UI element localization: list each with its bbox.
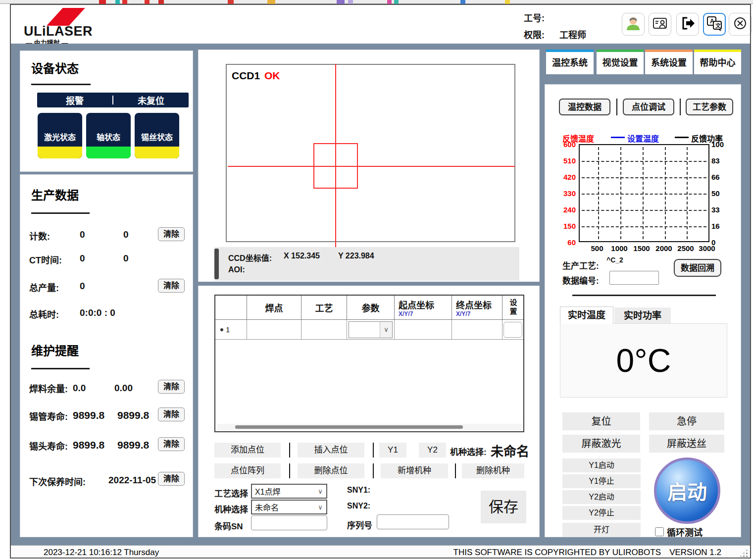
tin-tube-life-value-1: 9899.8 [73, 409, 104, 421]
barcode-sn-input[interactable] [251, 515, 327, 530]
y2-start-button[interactable]: Y2启动 [562, 490, 641, 504]
table-row[interactable]: 1 ∨ [215, 320, 523, 340]
y-axis-right-tick: 16 [711, 222, 732, 230]
tab-vision-settings[interactable]: 视觉设置 [597, 50, 644, 74]
model-select[interactable]: 未命名 ∨ [251, 500, 327, 514]
process-cell[interactable] [301, 320, 347, 340]
artifact-chip [394, 0, 399, 4]
model-select-value: 未命名 [491, 441, 529, 459]
y-axis-left-tick: 600 [548, 140, 576, 149]
temp-data-button[interactable]: 温控数据 [559, 99, 610, 115]
reset-button[interactable]: 复位 [562, 412, 640, 430]
process-select[interactable]: X1点焊 ∨ [251, 484, 327, 499]
data-number-input[interactable] [609, 271, 659, 285]
row-marker-cell[interactable]: 1 [215, 320, 247, 340]
y2-button[interactable]: Y2 [419, 443, 446, 458]
y1-button[interactable]: Y1 [379, 443, 406, 458]
parameter-cell: ∨ [347, 320, 395, 340]
aoi-label: AOI: [228, 265, 245, 274]
artifact-chip [115, 0, 120, 4]
grid-line [687, 147, 688, 239]
close-app-button[interactable] [729, 13, 752, 36]
grid-line [643, 147, 644, 239]
clear-tube-button[interactable]: 清除 [158, 407, 185, 421]
info-accent-bar [214, 249, 219, 279]
ccd-coord-label: CCD坐标值: [228, 252, 272, 263]
weld-point-cell[interactable] [247, 320, 301, 340]
y1-start-button[interactable]: Y1启动 [562, 458, 641, 472]
x-axis-tick: 1500 [630, 244, 653, 253]
hscrollbar-thumb[interactable] [235, 425, 463, 429]
clear-count-button[interactable]: 清除 [158, 227, 185, 241]
loop-test-checkbox[interactable] [655, 527, 664, 536]
point-debug-button[interactable]: 点位调试 [623, 99, 674, 115]
parameter-dropdown[interactable]: ∨ [349, 321, 393, 338]
data-number-label: 数据编号: [562, 274, 599, 286]
data-backtrack-button[interactable]: 数据回溯 [674, 259, 721, 277]
model-select-value-form: 未命名 [252, 501, 279, 513]
section-underline [31, 368, 90, 369]
language-switch-button[interactable]: A 文 [703, 13, 726, 36]
user-avatar-button[interactable] [622, 13, 645, 36]
delete-model-button[interactable]: 删除机种 [462, 463, 524, 478]
save-button[interactable]: 保存 [481, 491, 526, 523]
solder-remaining-value-1: 0.0 [73, 383, 86, 394]
process-select-value: X1点焊 [252, 485, 281, 497]
production-process-label: 生产工艺: [562, 259, 599, 271]
count-value-1: 0 [80, 229, 85, 240]
point-array-button[interactable]: 点位阵列 [214, 463, 281, 478]
alarm-label: 报警 [37, 94, 112, 106]
clear-tip-button[interactable]: 清除 [158, 437, 185, 451]
ccd-coord-y: Y 223.984 [338, 252, 374, 260]
tab-realtime-temp[interactable]: 实时温度 [560, 306, 613, 324]
next-maintenance-value: 2022-11-05 [108, 475, 156, 486]
grid-line [620, 147, 621, 239]
tab-help-center[interactable]: 帮助中心 [694, 50, 741, 74]
end-coord-cell[interactable] [452, 320, 502, 340]
delete-point-button[interactable]: 删除点位 [298, 463, 364, 478]
separator [289, 443, 290, 458]
insert-point-button[interactable]: 插入点位 [298, 443, 364, 458]
y-axis-left-tick: 510 [548, 156, 576, 165]
light-on-button[interactable]: 开灯 [562, 523, 641, 537]
artifact-chip [387, 0, 392, 4]
mask-laser-button[interactable]: 屏蔽激光 [562, 435, 640, 453]
logout-button[interactable] [676, 13, 699, 36]
user-info-button[interactable] [649, 13, 671, 36]
wire-status-light [135, 147, 179, 158]
row-settings-button[interactable] [503, 322, 522, 338]
mask-wire-button[interactable]: 屏蔽送丝 [649, 435, 724, 453]
estop-button[interactable]: 急停 [649, 412, 724, 430]
artifact-chip [337, 0, 345, 4]
tab-temp-control[interactable]: 温控系统 [546, 50, 594, 74]
resize-grip[interactable] [740, 550, 748, 558]
clear-solder-button[interactable]: 清除 [158, 380, 185, 394]
chevron-down-icon: ∨ [314, 485, 326, 498]
model-select-label: 机种选择: [450, 445, 487, 458]
employee-id-label: 工号: [524, 11, 545, 24]
clear-maintenance-button[interactable]: 清除 [158, 472, 185, 486]
center-panel: CCD1 OK CCD坐标值: X 152.345 Y 223.984 AOI:… [198, 50, 540, 537]
y1-stop-button[interactable]: Y1停止 [562, 474, 641, 488]
laser-status-label: 激光状态 [38, 113, 82, 147]
tab-realtime-power[interactable]: 实时功率 [614, 307, 671, 324]
permission-value: 工程师 [559, 28, 586, 41]
reset-status-label: 未复位 [113, 94, 189, 106]
tab-system-settings[interactable]: 系统设置 [645, 50, 693, 74]
y-axis-left-tick: 420 [548, 173, 576, 181]
header-weld-point: 焊点 [247, 296, 301, 319]
y2-stop-button[interactable]: Y2停止 [562, 506, 641, 520]
add-point-button[interactable]: 添加点位 [214, 443, 281, 458]
table-hscrollbar[interactable] [216, 424, 522, 430]
start-button[interactable]: 启动 [654, 458, 720, 524]
total-time-value: 0:0:0 : 0 [80, 307, 115, 318]
process-param-button[interactable]: 工艺参数 [686, 99, 733, 115]
clear-total-button[interactable]: 清除 [158, 279, 185, 293]
start-coord-cell[interactable] [395, 320, 452, 340]
artifact-chip [267, 0, 275, 4]
tin-tip-life-value-2: 9899.8 [117, 439, 149, 451]
serial-number-input[interactable] [377, 514, 449, 529]
new-model-button[interactable]: 新增机种 [381, 463, 448, 478]
ccd-info-bar: CCD坐标值: X 152.345 Y 223.984 AOI: [214, 247, 519, 281]
y-axis-right-tick: 33 [711, 205, 732, 214]
